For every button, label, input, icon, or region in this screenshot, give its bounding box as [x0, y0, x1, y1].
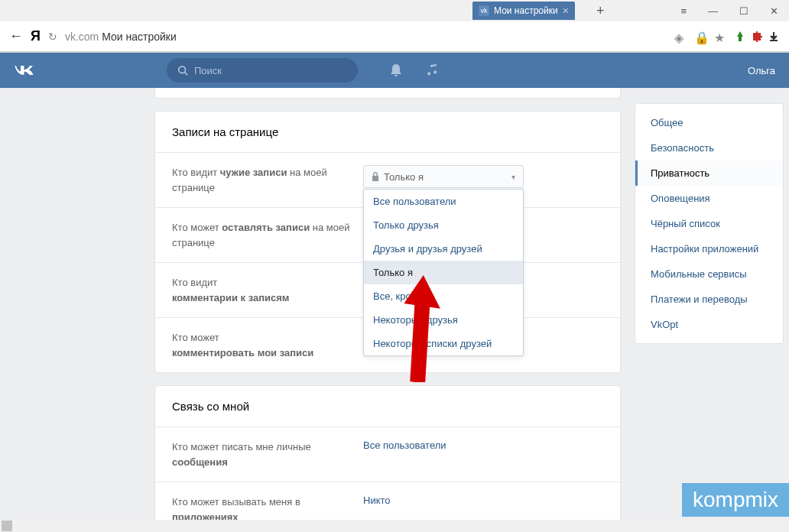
notifications-icon[interactable] [388, 63, 404, 78]
setting-label: Кто может писать мне личные сообщения [172, 440, 363, 469]
vk-favicon: vk [479, 5, 489, 16]
url-display[interactable]: vk.com Мои настройки [65, 31, 177, 43]
page-body: Записи на странице Кто видит чужие запис… [0, 88, 789, 532]
dropdown-option[interactable]: Друзья и друзья друзей [364, 237, 523, 261]
close-window-icon[interactable]: ✕ [764, 2, 784, 20]
setting-value[interactable]: Все пользователи [363, 440, 603, 451]
lock-icon[interactable]: 🔒 [694, 31, 706, 43]
setting-label: Кто может оставлять записи на моей стран… [172, 220, 363, 250]
shield-icon[interactable]: ◈ [674, 31, 687, 43]
browser-tab[interactable]: vk Мои настройки × [472, 2, 575, 20]
header-icons [388, 63, 440, 78]
minimize-icon[interactable]: — [702, 2, 724, 20]
download-icon[interactable] [768, 31, 780, 43]
dropdown-option[interactable]: Все пользователи [364, 190, 523, 213]
browser-chrome: vk Мои настройки × + ≡ — ☐ ✕ ← Я ↻ vk.co… [0, 0, 789, 53]
vk-header: Ольга [0, 53, 789, 88]
search-input[interactable] [194, 65, 347, 76]
dropdown: Только я ▾ Все пользователиТолько друзья… [363, 165, 603, 188]
svg-line-1 [185, 73, 188, 76]
setting-messages: Кто может писать мне личные сообщения Вс… [155, 427, 620, 482]
extension-icons [734, 31, 780, 43]
music-icon[interactable] [425, 63, 440, 78]
dropdown-option[interactable]: Только друзья [364, 213, 523, 237]
puzzle-ext-icon[interactable] [751, 31, 763, 43]
dropdown-option[interactable]: Только я [364, 261, 523, 284]
address-bar-icons: ◈ 🔒 ★ [674, 31, 780, 43]
sidebar-item[interactable]: Чёрный список [635, 211, 783, 236]
yandex-logo[interactable]: Я [31, 28, 41, 44]
prev-card-edge [154, 88, 621, 99]
sidebar-item[interactable]: Мобильные сервисы [635, 261, 783, 287]
sidebar-item[interactable]: VkOpt [635, 312, 783, 337]
watermark: kompmix [682, 483, 789, 517]
tab-title: Мои настройки [494, 5, 558, 16]
dropdown-option[interactable]: Все, кроме... [364, 284, 523, 308]
dropdown-list: Все пользователиТолько друзьяДрузья и др… [363, 189, 524, 356]
tab-bar: vk Мои настройки × + ≡ — ☐ ✕ [0, 0, 789, 21]
setting-value[interactable]: Никто [363, 495, 603, 506]
posts-section: Записи на странице Кто видит чужие запис… [154, 111, 621, 373]
posts-header: Записи на странице [155, 112, 620, 153]
chevron-down-icon: ▾ [511, 173, 515, 181]
download-ext-icon[interactable] [734, 31, 746, 43]
setting-label: Кто может комментировать мои записи [172, 330, 363, 360]
setting-others-posts: Кто видит чужие записи на моей странице … [155, 153, 620, 208]
back-button[interactable]: ← [9, 28, 23, 44]
search-box[interactable] [167, 58, 358, 83]
menu-icon[interactable]: ≡ [674, 2, 693, 20]
sidebar-item[interactable]: Приватность [635, 161, 783, 186]
lock-icon [372, 172, 379, 181]
main-content: Записи на странице Кто видит чужие запис… [154, 88, 621, 532]
settings-sidebar: ОбщееБезопасностьПриватностьОповещенияЧё… [635, 88, 784, 532]
setting-label: Кто видит комментарии к записям [172, 275, 363, 305]
sidebar-item[interactable]: Оповещения [635, 186, 783, 211]
bookmark-icon[interactable]: ★ [714, 31, 726, 43]
window-controls: ≡ — ☐ ✕ [674, 2, 784, 20]
dropdown-selected[interactable]: Только я ▾ [363, 165, 524, 188]
user-name[interactable]: Ольга [748, 65, 775, 76]
setting-label: Кто видит чужие записи на моей странице [172, 165, 363, 195]
sidebar-item[interactable]: Общее [635, 110, 783, 135]
contact-header: Связь со мной [155, 386, 620, 427]
address-bar: ← Я ↻ vk.com Мои настройки ◈ 🔒 ★ [0, 21, 789, 52]
sidebar-item[interactable]: Платежи и переводы [635, 287, 783, 312]
vk-logo[interactable] [14, 63, 37, 78]
tab-close-icon[interactable]: × [563, 5, 569, 17]
sidebar-menu: ОбщееБезопасностьПриватностьОповещенияЧё… [635, 103, 784, 344]
sidebar-item[interactable]: Безопасность [635, 135, 783, 161]
scrollbar-thumb[interactable] [2, 521, 12, 531]
sidebar-item[interactable]: Настройки приложений [635, 236, 783, 261]
contact-section: Связь со мной Кто может писать мне личны… [154, 385, 621, 532]
horizontal-scrollbar[interactable] [0, 520, 789, 532]
dropdown-option[interactable]: Некоторые друзья [364, 308, 523, 332]
svg-point-0 [179, 66, 186, 73]
new-tab-button[interactable]: + [596, 3, 605, 19]
maximize-icon[interactable]: ☐ [733, 2, 755, 20]
search-icon [177, 65, 188, 76]
dropdown-option[interactable]: Некоторые списки друзей [364, 332, 523, 355]
reload-icon[interactable]: ↻ [48, 31, 57, 43]
